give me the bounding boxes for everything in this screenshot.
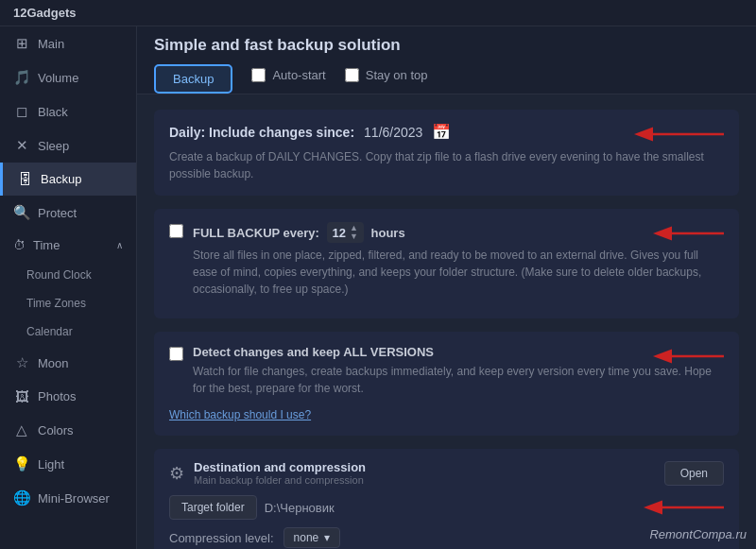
sidebar-sub-label: Round Clock [26,268,92,282]
autostart-label: Auto-start [272,68,325,82]
sidebar-item-photos[interactable]: 🖼 Photos [0,380,136,413]
compression-select[interactable]: none ▾ [284,527,341,548]
sidebar-item-time[interactable]: ⏱ Time ∧ [0,230,136,261]
detect-section: Detect changes and keep ALL VERSIONS Wat… [154,332,739,436]
hours-label: hours [371,226,405,240]
compression-row: Compression level: none ▾ [169,527,724,548]
watermark: RemontCompa.ru [649,527,747,541]
fullbackup-checkbox[interactable] [169,224,183,238]
tab-bar: Backup Auto-start Stay on top [154,64,739,94]
time-icon: ⏱ [13,238,26,252]
sidebar-item-label: Photos [38,389,76,403]
main-header: Simple and fast backup solution Backup A… [137,26,756,94]
target-path: D:\Черновик [265,501,335,515]
fullbackup-content: FULL BACKUP every: 12 ▲▼ hours Store all… [193,222,724,298]
detect-content: Detect changes and keep ALL VERSIONS Wat… [193,345,724,397]
app-title: 12Gadgets [0,0,756,26]
sidebar-item-label: Main [38,37,64,51]
target-row: Target folder D:\Черновик [169,495,724,520]
sidebar-item-label: Sleep [38,139,69,153]
detect-title: Detect changes and keep ALL VERSIONS [193,345,724,359]
tab-backup[interactable]: Backup [154,64,232,94]
light-icon: 💡 [13,455,30,472]
autostart-checkbox-label[interactable]: Auto-start [251,68,325,90]
dest-text: Destination and compression Main backup … [194,460,366,486]
red-arrow-daily [620,123,733,146]
stayontop-checkbox-label[interactable]: Stay on top [345,68,428,90]
red-arrow-target [639,496,733,519]
open-button[interactable]: Open [664,461,724,486]
red-arrow-fullbackup [648,222,733,245]
sidebar-item-label: Black [38,105,68,119]
sidebar-item-label: Volume [38,71,78,85]
page-title: Simple and fast backup solution [154,36,739,55]
compression-value: none [294,531,319,544]
black-icon: ◻ [13,103,30,120]
sidebar-item-time-zones[interactable]: Time Zones [0,289,136,317]
sidebar-item-protect[interactable]: 🔍 Protect [0,196,136,230]
compression-dropdown-icon: ▾ [324,531,330,544]
sidebar-item-mini-browser[interactable]: 🌐 Mini-Browser [0,481,136,515]
protect-icon: 🔍 [13,204,30,221]
detect-row: Detect changes and keep ALL VERSIONS Wat… [169,345,724,397]
hours-control: 12 ▲▼ [327,222,364,243]
sidebar-item-volume[interactable]: 🎵 Volume [0,60,136,94]
volume-icon: 🎵 [13,69,30,86]
gear-icon: ⚙ [169,463,184,484]
sidebar-item-sleep[interactable]: ✕ Sleep [0,129,136,163]
content-area: Daily: Include changes since: 11/6/2023 … [137,94,756,549]
dest-left: ⚙ Destination and compression Main backu… [169,460,366,486]
dest-sub: Main backup folder and compression [194,474,366,486]
sidebar-item-colors[interactable]: △ Colors [0,413,136,447]
sidebar-item-label: Protect [38,206,77,220]
daily-desc: Create a backup of DAILY CHANGES. Copy t… [169,148,724,182]
sidebar-item-backup[interactable]: 🗄 Backup [0,163,136,196]
sidebar: ⊞ Main 🎵 Volume ◻ Black ✕ Sleep 🗄 Backup… [0,26,137,549]
fullbackup-row: FULL BACKUP every: 12 ▲▼ hours Store all… [169,222,724,298]
sidebar-item-label: Time [33,238,60,252]
calendar-icon[interactable]: 📅 [432,123,451,141]
sidebar-item-label: Backup [41,172,81,186]
dest-title: Destination and compression [194,460,366,474]
fullbackup-desc: Store all files in one place, zipped, fi… [193,247,724,298]
compression-label: Compression level: [169,531,274,545]
backup-link[interactable]: Which backup should I use? [169,408,311,421]
sidebar-item-label: Moon [38,356,69,370]
main-content: Simple and fast backup solution Backup A… [137,26,756,549]
sleep-icon: ✕ [13,137,30,154]
sidebar-item-round-clock[interactable]: Round Clock [0,261,136,289]
sidebar-item-moon[interactable]: ☆ Moon [0,346,136,380]
dest-header: ⚙ Destination and compression Main backu… [169,460,724,486]
stayontop-checkbox[interactable] [345,68,359,82]
mini-browser-icon: 🌐 [13,489,30,506]
sidebar-item-label: Light [38,457,64,472]
daily-section: Daily: Include changes since: 11/6/2023 … [154,110,739,196]
sidebar-item-label: Mini-Browser [38,491,110,506]
fullbackup-section: FULL BACKUP every: 12 ▲▼ hours Store all… [154,209,739,318]
autostart-checkbox[interactable] [251,68,266,82]
colors-icon: △ [13,421,30,438]
sidebar-item-black[interactable]: ◻ Black [0,94,136,129]
sidebar-sub-label: Time Zones [26,297,86,310]
hours-arrows[interactable]: ▲▼ [350,224,358,241]
fullbackup-title: FULL BACKUP every: 12 ▲▼ hours [193,222,724,243]
moon-icon: ☆ [13,354,30,371]
sidebar-item-main[interactable]: ⊞ Main [0,26,136,60]
backup-icon: 🗄 [16,171,33,187]
sidebar-item-light[interactable]: 💡 Light [0,447,136,481]
hours-value: 12 [333,226,346,240]
time-chevron-icon: ∧ [116,240,123,250]
detect-checkbox[interactable] [169,347,183,361]
sidebar-sub-label: Calendar [26,325,73,338]
photos-icon: 🖼 [13,388,30,404]
target-folder-label: Target folder [169,495,257,520]
red-arrow-detect [648,345,733,368]
daily-label: Daily: Include changes since: [169,125,354,140]
daily-date: 11/6/2023 [364,125,422,140]
main-icon: ⊞ [13,35,30,52]
stayontop-label: Stay on top [366,68,428,82]
sidebar-item-label: Colors [38,423,74,437]
sidebar-item-calendar[interactable]: Calendar [0,317,136,346]
detect-desc: Watch for file changes, create backups i… [193,363,724,397]
